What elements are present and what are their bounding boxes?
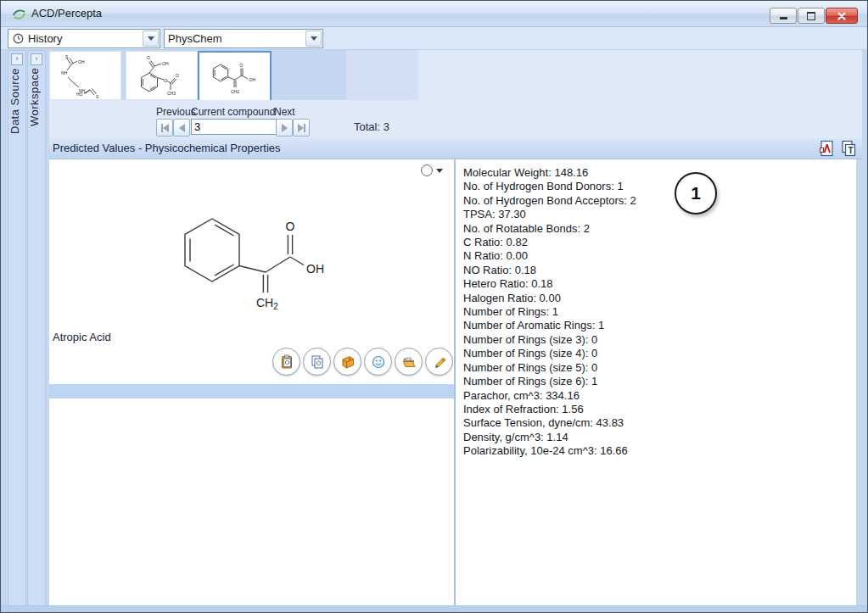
sidebar-tab-data-source-label: Data Source	[8, 68, 25, 212]
property-line: Molecular Weight: 148.16	[463, 166, 636, 180]
first-compound-button[interactable]	[156, 119, 173, 137]
export-pdf-button[interactable]	[818, 140, 835, 157]
selected-row-highlight	[49, 384, 454, 398]
property-line: Number of Aromatic Rings: 1	[463, 319, 636, 332]
arrow-right-icon	[282, 124, 288, 132]
property-line: Number of Rings (size 3): 0	[463, 333, 636, 347]
pencil-icon	[432, 354, 447, 370]
total-count: Total: 3	[354, 120, 389, 133]
minimize-icon	[780, 17, 787, 20]
property-line: Number of Rings (size 6): 1	[463, 375, 636, 388]
arrow-left-icon	[179, 124, 185, 132]
copy-text-button[interactable]: T	[840, 140, 857, 157]
module-dropdown-value: PhysChem	[168, 32, 305, 45]
open-file-button[interactable]	[395, 348, 423, 376]
arrow-left-icon	[163, 124, 169, 132]
export-pdf-icon	[818, 140, 835, 157]
next-compound-button[interactable]	[276, 119, 293, 137]
chevron-down-icon	[436, 169, 443, 173]
toolbar: History PhysChem	[1, 27, 867, 50]
property-line: Number of Rings: 1	[463, 305, 636, 319]
current-compound-label: Current compound	[191, 106, 275, 118]
copy-structure-button[interactable]	[303, 348, 331, 376]
annotation-badge: 1	[675, 172, 717, 215]
property-line: Halogen Ratio: 0.00	[463, 292, 636, 305]
svg-text:T: T	[848, 146, 854, 155]
section-header: Predicted Values - Physicochemical Prope…	[49, 138, 862, 159]
window-bottom-frame	[1, 605, 867, 613]
property-line: No. of Hydrogen Bond Acceptors: 2	[463, 194, 636, 208]
property-line: N Ratio: 0.00	[463, 249, 636, 263]
svg-text:OH: OH	[249, 77, 256, 82]
app-window: ACD/Percepta History PhysChem	[0, 0, 868, 613]
property-line: No. of Rotatable Bonds: 2	[463, 222, 636, 236]
history-dropdown-arrow[interactable]	[143, 31, 159, 47]
structure-panel: O OH CH2 Atropic Acid	[49, 159, 456, 605]
svg-text:HO: HO	[76, 92, 83, 97]
paste-structure-button[interactable]	[272, 348, 300, 376]
window-title: ACD/Percepta	[31, 7, 102, 20]
svg-text:S: S	[96, 94, 99, 99]
svg-text:OH: OH	[162, 61, 169, 66]
sidebar-tab-data-source[interactable]: › Data Source	[8, 50, 26, 606]
thumbnail-compound-3-selected[interactable]: CH2OOH	[198, 51, 272, 102]
minimize-button[interactable]	[770, 8, 797, 24]
atom-label-sub2: 2	[273, 302, 278, 311]
previous-compound-button[interactable]	[173, 119, 190, 137]
clock-icon	[12, 32, 25, 45]
copy-structure-icon	[310, 354, 325, 370]
section-title: Predicted Values - Physicochemical Prope…	[53, 142, 281, 154]
svg-text:O: O	[147, 55, 150, 60]
empty-slot	[346, 50, 418, 100]
property-line: Index of Refraction: 1.56	[463, 403, 636, 416]
property-line: Parachor, cm^3: 334.16	[463, 389, 636, 403]
svg-text:O: O	[176, 73, 179, 78]
property-list: Molecular Weight: 148.16No. of Hydrogen …	[463, 166, 636, 459]
maximize-button[interactable]	[798, 8, 825, 24]
sidebar-tab-workspace[interactable]: › Workspace	[27, 50, 46, 606]
structure-thumb-2: OOH OOCH3	[126, 52, 197, 99]
chevron-down-icon	[311, 36, 317, 41]
compound-name: Atropic Acid	[53, 331, 111, 343]
chevron-down-icon	[148, 36, 154, 41]
compound-strip: SOH NHNH HOS OOH OOCH3	[49, 50, 418, 100]
atom-label-oh: OH	[306, 262, 324, 276]
radio-circle-icon	[421, 164, 433, 176]
thumbnail-compound-1[interactable]: SOH NHNH HOS	[49, 51, 121, 100]
structure-thumb-1: SOH NHNH HOS	[50, 52, 120, 99]
arrow-right-icon	[298, 124, 304, 132]
history-dropdown[interactable]: History	[8, 29, 160, 48]
current-compound-input[interactable]	[191, 119, 277, 135]
structure-drawing: O OH CH2	[151, 190, 355, 326]
open-folder-icon	[401, 354, 417, 370]
svg-text:O: O	[164, 78, 167, 83]
atom-label-o: O	[286, 220, 295, 233]
property-line: Density, g/cm^3: 1.14	[463, 431, 636, 444]
smiles-button[interactable]	[364, 348, 392, 376]
close-button[interactable]	[826, 8, 858, 24]
paste-structure-icon	[279, 354, 294, 370]
module-dropdown[interactable]: PhysChem	[164, 29, 323, 48]
property-line: Surface Tension, dyne/cm: 43.83	[463, 416, 636, 430]
thumbnail-compound-2[interactable]: OOH OOCH3	[126, 51, 198, 100]
svg-text:OH: OH	[78, 59, 85, 64]
display-options-dropdown[interactable]	[421, 164, 443, 176]
dictionary-button[interactable]	[333, 348, 361, 376]
previous-label: Previous	[156, 106, 196, 118]
last-compound-button[interactable]	[293, 119, 310, 137]
svg-text:S: S	[65, 54, 69, 59]
edit-structure-button[interactable]	[425, 348, 453, 376]
svg-text:CH3: CH3	[167, 91, 176, 96]
title-bar: ACD/Percepta	[1, 1, 867, 27]
close-icon	[837, 12, 846, 20]
sidebar-tab-workspace-label: Workspace	[28, 68, 45, 212]
last-icon	[304, 124, 305, 132]
property-line: NO Ratio: 0.18	[463, 264, 636, 277]
module-dropdown-arrow[interactable]	[305, 31, 322, 47]
expand-data-source-icon[interactable]: ›	[11, 53, 23, 65]
property-line: C Ratio: 0.82	[463, 236, 636, 249]
property-line: TPSA: 37.30	[463, 208, 636, 221]
structure-action-buttons	[272, 348, 453, 376]
expand-workspace-icon[interactable]: ›	[31, 53, 42, 65]
property-line: No. of Hydrogen Bond Donors: 1	[463, 180, 636, 193]
